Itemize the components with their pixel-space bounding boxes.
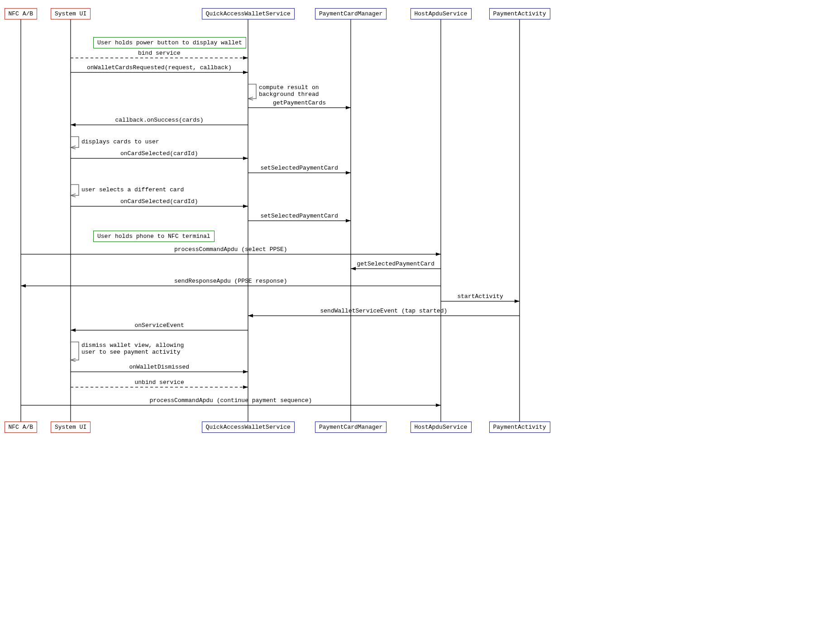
message-label: sendResponseApdu (PPSE response) xyxy=(173,278,288,284)
message-label: setSelectedPaymentCard xyxy=(260,213,339,219)
message-label: sendWalletServiceEvent (tap started) xyxy=(320,308,449,314)
note: User holds power button to display walle… xyxy=(93,37,246,48)
participant-nfc: NFC A/B xyxy=(5,8,38,19)
message-label: onServiceEvent xyxy=(134,322,185,329)
message-label: processCommandApdu (select PPSE) xyxy=(173,246,288,253)
message-label: getSelectedPaymentCard xyxy=(356,260,436,267)
participant-qaws: QuickAccessWalletService xyxy=(202,8,295,19)
message-label: getPaymentCards xyxy=(272,99,327,106)
self-message-label: compute result on background thread xyxy=(259,84,319,98)
participant-pa: PaymentActivity xyxy=(489,421,550,433)
participant-nfc: NFC A/B xyxy=(5,421,38,433)
message-label: onWalletCardsRequested(request, callback… xyxy=(86,64,233,71)
message-label: onCardSelected(cardId) xyxy=(119,198,199,205)
note: User holds phone to NFC terminal xyxy=(93,231,215,242)
self-message-label: displays cards to user xyxy=(81,138,159,145)
participant-qaws: QuickAccessWalletService xyxy=(202,421,295,433)
participant-pcm: PaymentCardManager xyxy=(315,8,386,19)
message-label: callback.onSuccess(cards) xyxy=(115,117,205,123)
message-label: setSelectedPaymentCard xyxy=(260,165,339,171)
participant-sysui: System UI xyxy=(51,421,91,433)
message-label: processCommandApdu (continue payment seq… xyxy=(149,397,313,404)
message-label: unbind service xyxy=(134,379,185,386)
self-message-label: dismiss wallet view, allowing user to se… xyxy=(81,342,184,355)
participant-has: HostApduService xyxy=(410,8,472,19)
message-label: onCardSelected(cardId) xyxy=(119,150,199,157)
participant-pcm: PaymentCardManager xyxy=(315,421,386,433)
participant-pa: PaymentActivity xyxy=(489,8,550,19)
message-label: bind service xyxy=(137,50,181,57)
message-label: startActivity xyxy=(457,293,504,300)
self-message-label: user selects a different card xyxy=(81,186,184,193)
message-label: onWalletDismissed xyxy=(129,364,191,370)
participant-sysui: System UI xyxy=(51,8,91,19)
participant-has: HostApduService xyxy=(410,421,472,433)
